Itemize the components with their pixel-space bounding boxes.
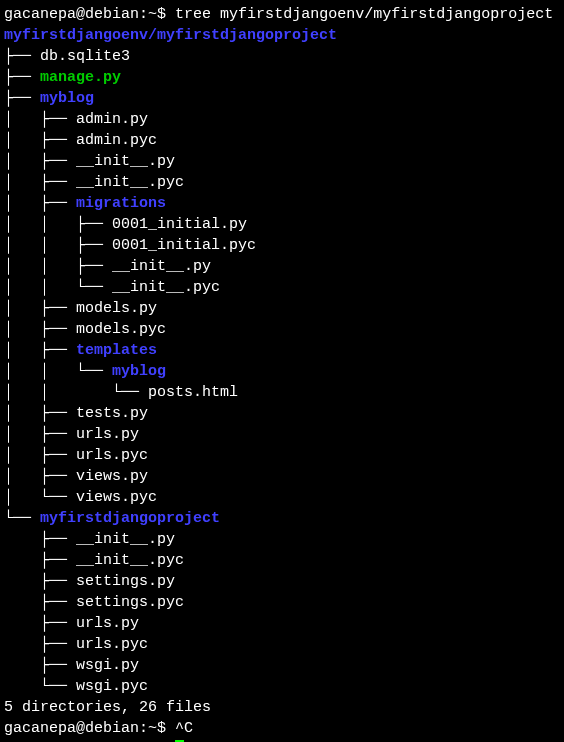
file-project-init-pyc: __init__.pyc	[76, 552, 184, 569]
file-admin-pyc: admin.pyc	[76, 132, 157, 149]
tree-root: myfirstdjangoenv/myfirstdjangoproject	[4, 25, 560, 46]
file-settings-pyc: settings.pyc	[76, 594, 184, 611]
file-admin-py: admin.py	[76, 111, 148, 128]
dir-templates-myblog: myblog	[112, 363, 166, 380]
tree-row: ├── wsgi.py	[4, 655, 560, 676]
file-wsgi-pyc: wsgi.pyc	[76, 678, 148, 695]
tree-summary: 5 directories, 26 files	[4, 697, 560, 718]
prompt-host: debian	[85, 6, 139, 23]
tree-row: │ ├── migrations	[4, 193, 560, 214]
tree-row: ├── settings.pyc	[4, 592, 560, 613]
file-manage-py: manage.py	[40, 69, 121, 86]
tree-row: │ ├── models.py	[4, 298, 560, 319]
tree-row: │ ├── admin.py	[4, 109, 560, 130]
prompt-line-1: gacanepa@debian:~$ tree myfirstdjangoenv…	[4, 4, 560, 25]
file-settings-py: settings.py	[76, 573, 175, 590]
tree-row: ├── __init__.pyc	[4, 550, 560, 571]
prompt-symbol: $	[157, 6, 166, 23]
file-tests-py: tests.py	[76, 405, 148, 422]
file-init-pyc: __init__.pyc	[76, 174, 184, 191]
tree-row: ├── manage.py	[4, 67, 560, 88]
file-project-urls-pyc: urls.pyc	[76, 636, 148, 653]
file-project-urls-py: urls.py	[76, 615, 139, 632]
dir-migrations: migrations	[76, 195, 166, 212]
tree-row: │ ├── models.pyc	[4, 319, 560, 340]
tree-row: │ │ └── __init__.pyc	[4, 277, 560, 298]
file-urls-pyc: urls.pyc	[76, 447, 148, 464]
tree-row: │ ├── __init__.pyc	[4, 172, 560, 193]
prompt-line-2: gacanepa@debian:~$ ^C	[4, 718, 560, 739]
tree-row: │ ├── admin.pyc	[4, 130, 560, 151]
tree-row: ├── db.sqlite3	[4, 46, 560, 67]
file-0001-initial-py: 0001_initial.py	[112, 216, 247, 233]
tree-row: │ ├── urls.py	[4, 424, 560, 445]
tree-row: │ │ ├── 0001_initial.py	[4, 214, 560, 235]
tree-row: ├── myblog	[4, 88, 560, 109]
tree-row: ├── settings.py	[4, 571, 560, 592]
file-views-pyc: views.pyc	[76, 489, 157, 506]
dir-templates: templates	[76, 342, 157, 359]
tree-row: └── myfirstdjangoproject	[4, 508, 560, 529]
file-db-sqlite3: db.sqlite3	[40, 48, 130, 65]
dir-myfirstdjangoproject: myfirstdjangoproject	[40, 510, 220, 527]
tree-row: │ │ ├── __init__.py	[4, 256, 560, 277]
command-ctrl-c: ^C	[175, 720, 193, 737]
file-models-pyc: models.pyc	[76, 321, 166, 338]
root-directory: myfirstdjangoenv/myfirstdjangoproject	[4, 27, 337, 44]
file-wsgi-py: wsgi.py	[76, 657, 139, 674]
tree-row: │ │ └── posts.html	[4, 382, 560, 403]
tree-row: │ ├── views.py	[4, 466, 560, 487]
file-migrations-init-py: __init__.py	[112, 258, 211, 275]
file-views-py: views.py	[76, 468, 148, 485]
file-project-init-py: __init__.py	[76, 531, 175, 548]
tree-row: │ ├── urls.pyc	[4, 445, 560, 466]
tree-row: ├── urls.pyc	[4, 634, 560, 655]
file-models-py: models.py	[76, 300, 157, 317]
dir-myblog: myblog	[40, 90, 94, 107]
command-tree: tree myfirstdjangoenv/myfirstdjangoproje…	[175, 6, 553, 23]
file-urls-py: urls.py	[76, 426, 139, 443]
tree-row: │ ├── templates	[4, 340, 560, 361]
tree-row: │ ├── __init__.py	[4, 151, 560, 172]
tree-row: │ └── views.pyc	[4, 487, 560, 508]
file-0001-initial-pyc: 0001_initial.pyc	[112, 237, 256, 254]
prompt-user: gacanepa	[4, 6, 76, 23]
tree-row: ├── __init__.py	[4, 529, 560, 550]
tree-row: └── wsgi.pyc	[4, 676, 560, 697]
tree-row: ├── urls.py	[4, 613, 560, 634]
file-posts-html: posts.html	[148, 384, 238, 401]
file-init-py: __init__.py	[76, 153, 175, 170]
tree-row: │ │ └── myblog	[4, 361, 560, 382]
prompt-path: ~	[148, 6, 157, 23]
tree-row: │ │ ├── 0001_initial.pyc	[4, 235, 560, 256]
tree-row: │ ├── tests.py	[4, 403, 560, 424]
file-migrations-init-pyc: __init__.pyc	[112, 279, 220, 296]
